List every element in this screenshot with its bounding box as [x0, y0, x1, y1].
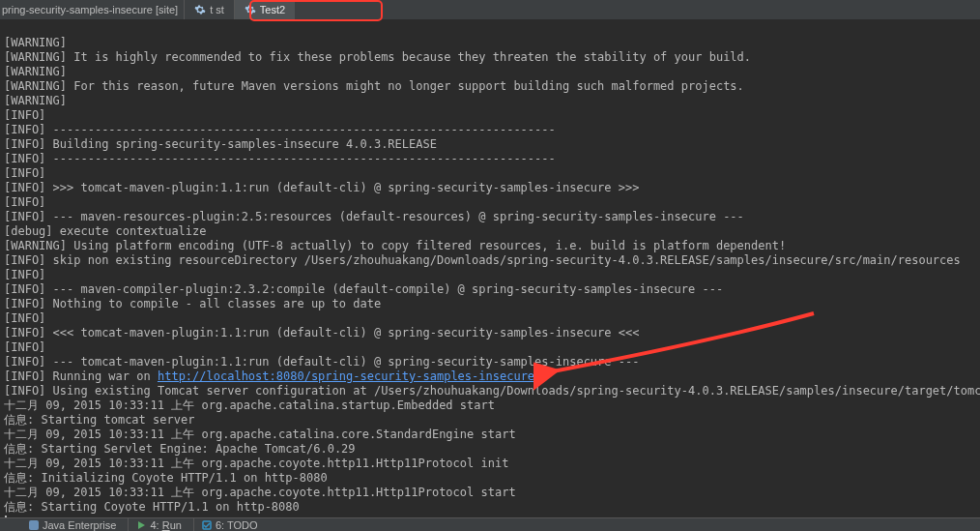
run-config-topbar: pring-security-samples-insecure [site] t… — [0, 0, 980, 19]
console-line: [INFO] <<< tomcat-maven-plugin:1.1:run (… — [4, 326, 976, 340]
console-line: [WARNING] Using platform encoding (UTF-8… — [4, 239, 976, 253]
console-line: [INFO] Running war on http://localhost:8… — [4, 369, 976, 384]
console-line: [INFO] ---------------------------------… — [4, 152, 976, 166]
gear-icon — [194, 4, 206, 15]
console-line: [INFO] — [4, 166, 976, 181]
console-line: [WARNING] — [4, 94, 976, 108]
console-output[interactable]: [WARNING][WARNING] It is highly recommen… — [0, 19, 980, 517]
tool-window-java-enterprise[interactable]: Java Enterprise — [6, 518, 124, 532]
tab-label: t st — [210, 4, 224, 15]
console-line: [INFO] --- maven-compiler-plugin:2.3.2:c… — [4, 282, 976, 297]
run-config-tab-test2[interactable]: Test2 — [234, 0, 295, 19]
console-line: 信息: Initializing Coyote HTTP/1.1 on http… — [4, 471, 976, 486]
java-icon — [29, 520, 39, 530]
console-line: 信息: Starting tomcat server — [4, 413, 976, 428]
console-line: [INFO] — [4, 195, 976, 210]
tool-window-todo[interactable]: 6: TODO — [193, 518, 266, 532]
console-line: 信息: Starting Servlet Engine: Apache Tomc… — [4, 442, 976, 457]
console-line: [INFO] — [4, 311, 976, 326]
console-line: 十二月 09, 2015 10:33:11 上午 org.apache.coyo… — [4, 486, 976, 500]
console-line: 十二月 09, 2015 10:33:11 上午 org.apache.cata… — [4, 398, 976, 413]
console-line: [INFO] --- maven-resources-plugin:2.5:re… — [4, 210, 976, 224]
console-line: 十二月 09, 2015 10:33:11 上午 org.apache.coyo… — [4, 457, 976, 471]
tab-label: Test2 — [260, 4, 285, 15]
console-line: [INFO] --- tomcat-maven-plugin:1.1:run (… — [4, 355, 976, 369]
run-config-tabs: t st Test2 — [184, 0, 295, 19]
todo-icon — [202, 520, 212, 530]
console-line: [WARNING] — [4, 65, 976, 79]
project-label: pring-security-samples-insecure [site] — [2, 4, 178, 15]
svg-rect-0 — [29, 520, 39, 530]
gear-icon — [245, 4, 256, 15]
tool-window-run[interactable]: 4: Run — [128, 518, 188, 532]
console-line: 十二月 09, 2015 10:33:11 上午 org.apache.cata… — [4, 428, 976, 442]
console-line — [4, 21, 976, 36]
console-line: [WARNING] It is highly recommended to fi… — [4, 50, 976, 65]
console-line: 信息: Starting Coyote HTTP/1.1 on http-808… — [4, 500, 976, 515]
console-link[interactable]: http://localhost:8080/spring-security-sa… — [158, 369, 534, 383]
console-line: [INFO] — [4, 108, 976, 123]
console-line: [INFO] skip non existing resourceDirecto… — [4, 253, 976, 268]
console-line: [INFO] — [4, 340, 976, 355]
tool-label: 4: Run — [150, 519, 181, 531]
console-line: [debug] execute contextualize — [4, 224, 976, 239]
tool-label: Java Enterprise — [43, 519, 116, 531]
console-line: [INFO] Building spring-security-samples-… — [4, 137, 976, 152]
console-line: [WARNING] — [4, 36, 976, 50]
console-line: [INFO] — [4, 268, 976, 282]
bottom-toolbar: Java Enterprise 4: Run 6: TODO — [0, 517, 980, 531]
console-line: [INFO] >>> tomcat-maven-plugin:1.1:run (… — [4, 181, 976, 195]
tool-label: 6: TODO — [216, 519, 258, 531]
console-line: [INFO] Using existing Tomcat server conf… — [4, 384, 976, 398]
run-icon — [136, 520, 146, 530]
console-line: [WARNING] For this reason, future Maven … — [4, 79, 976, 94]
console-line: [INFO] Nothing to compile - all classes … — [4, 297, 976, 311]
console-line: [INFO] ---------------------------------… — [4, 123, 976, 137]
run-config-tab-test[interactable]: t st — [184, 0, 234, 19]
